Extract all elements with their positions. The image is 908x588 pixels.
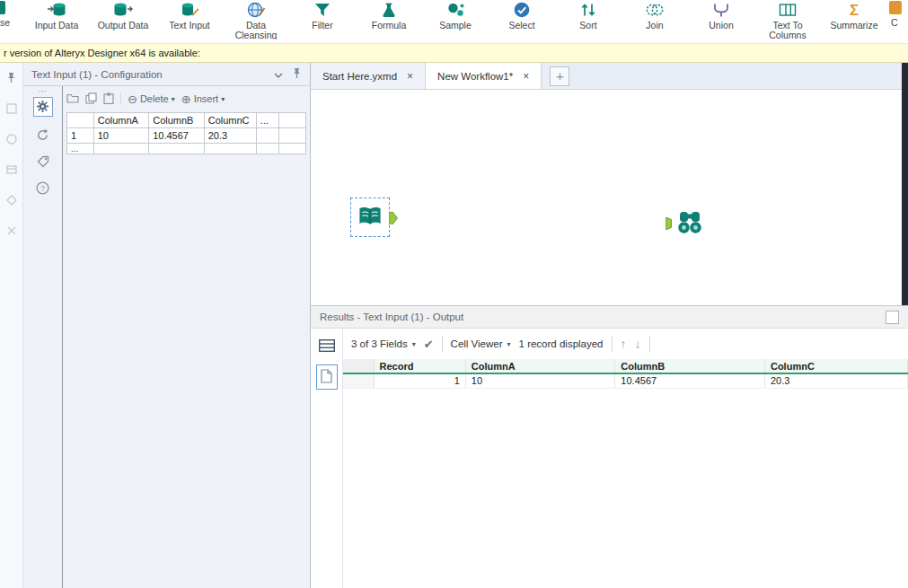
paste-icon	[103, 92, 114, 106]
refresh-circle-icon	[36, 128, 49, 144]
text-input-editor: ⊖ Delete ▾ ⊕ Insert ▾ ColumnA	[63, 86, 310, 588]
output-anchor[interactable]	[389, 212, 398, 224]
grid-cell[interactable]: 10	[93, 128, 149, 144]
chevron-down-icon: ▾	[221, 95, 225, 103]
toolbar-divider	[442, 337, 443, 352]
chevron-down-icon[interactable]	[274, 69, 283, 80]
metadata-view-button[interactable]	[316, 364, 338, 390]
grid-column-header[interactable]: ColumnA	[93, 113, 149, 128]
folder-icon	[66, 92, 79, 105]
input-anchor[interactable]	[666, 217, 672, 230]
grid-cell[interactable]	[256, 128, 278, 144]
workflow-canvas[interactable]	[311, 90, 908, 305]
grid-cell[interactable]	[93, 144, 149, 154]
workflow-region: Start Here.yxmd × New Workflow1* × +	[311, 63, 908, 588]
ribbon-tool-output-data[interactable]: Output Data	[90, 0, 156, 31]
grid-row-number[interactable]: ...	[67, 144, 94, 154]
ribbon-tool-filter[interactable]: Filter	[289, 0, 356, 31]
results-column-header[interactable]: Record	[374, 359, 465, 373]
summarize-icon: Σ	[843, 1, 865, 19]
docked-panel-icon[interactable]	[6, 164, 17, 177]
results-cell[interactable]: 20.3	[764, 373, 907, 388]
configuration-panel-title: Text Input (1) - Configuration	[31, 69, 163, 80]
insert-row-button[interactable]: ⊕ Insert ▾	[181, 93, 225, 105]
copy-button[interactable]	[85, 92, 97, 106]
ribbon-tool-text-input[interactable]: Text Input	[156, 0, 223, 31]
fields-dropdown[interactable]: 3 of 3 Fields ▾	[351, 338, 416, 349]
pin-icon[interactable]	[6, 72, 16, 85]
grid-cell[interactable]	[256, 144, 278, 154]
ribbon-tool-input-data[interactable]: Input Data	[23, 0, 90, 31]
ribbon-tool-sample[interactable]: Sample	[422, 0, 489, 31]
close-icon[interactable]: ×	[523, 70, 529, 83]
ribbon-tool-text-to-columns[interactable]: Text To Columns	[754, 0, 821, 39]
paste-button[interactable]	[103, 92, 114, 106]
drag-handle-icon[interactable]: ⋯	[39, 88, 48, 95]
ribbon-tool-data-cleansing[interactable]: Data Cleansing	[223, 0, 289, 39]
toolbar-divider	[120, 92, 121, 105]
data-grid-view-icon[interactable]	[319, 339, 335, 354]
configuration-panel: Text Input (1) - Configuration ⋯	[23, 63, 311, 588]
ribbon-tool-summarize[interactable]: Σ Summarize	[821, 0, 887, 31]
ribbon-tool-clipped-right[interactable]: C	[887, 0, 908, 28]
docked-panel-icon[interactable]	[6, 103, 17, 116]
results-column-header[interactable]: ColumnB	[615, 359, 765, 373]
tab-workflow[interactable]	[36, 128, 49, 144]
grid-cell[interactable]	[204, 144, 256, 154]
panel-options-button[interactable]	[886, 311, 899, 324]
collapsed-right-panel[interactable]	[902, 63, 908, 305]
text-input-tool-icon	[357, 205, 383, 231]
results-gutter-cell	[343, 373, 374, 388]
grid-column-header[interactable]: ColumnC	[204, 113, 256, 128]
delete-row-button[interactable]: ⊖ Delete ▾	[128, 93, 175, 105]
record-count-text: 1 record displayed	[519, 338, 604, 349]
tool-palette-ribbon: se Input Data Output Data Text Input Dat…	[0, 0, 908, 39]
tab-start-here[interactable]: Start Here.yxmd ×	[311, 63, 426, 89]
notification-text: r version of Alteryx Designer x64 is ava…	[4, 48, 200, 58]
input-data-icon	[46, 1, 67, 19]
docked-panel-icon[interactable]	[6, 195, 17, 207]
grid-row: 1 10 10.4567 20.3	[67, 128, 306, 144]
tab-annotation[interactable]	[37, 155, 49, 170]
ribbon-tool-sort[interactable]: Sort	[555, 0, 621, 31]
docked-panel-icon[interactable]	[6, 134, 17, 146]
chevron-down-icon: ▾	[412, 340, 416, 348]
ribbon-tool-union[interactable]: Union	[688, 0, 754, 31]
results-column-header[interactable]: ColumnA	[465, 359, 615, 373]
results-cell[interactable]: 10	[465, 373, 615, 388]
ribbon-tool-select[interactable]: Select	[489, 0, 555, 31]
browse-tool[interactable]	[674, 207, 706, 240]
ribbon-tool-formula[interactable]: Formula	[356, 0, 422, 31]
results-column-header[interactable]: ColumnC	[764, 359, 907, 373]
grid-row-number[interactable]: 1	[67, 128, 94, 144]
docked-panel-icon[interactable]	[6, 225, 17, 238]
grid-cell[interactable]	[279, 128, 306, 144]
pin-icon[interactable]	[292, 67, 302, 81]
import-button[interactable]	[66, 92, 79, 105]
grid-column-header[interactable]: ColumnB	[149, 113, 205, 128]
tab-new-workflow[interactable]: New Workflow1* ×	[426, 63, 542, 89]
grid-cell[interactable]	[149, 144, 205, 154]
tab-help[interactable]: ?	[36, 181, 49, 197]
gear-icon	[36, 100, 49, 115]
grid-column-header[interactable]: ...	[256, 113, 278, 128]
results-content: 3 of 3 Fields ▾ ✔ Cell Viewer ▾ 1 record…	[343, 329, 908, 588]
update-notification-bar[interactable]: r version of Alteryx Designer x64 is ava…	[0, 43, 908, 63]
tab-configuration[interactable]	[33, 97, 53, 117]
arrow-up-icon[interactable]: ↑	[621, 337, 627, 351]
text-input-tool[interactable]	[350, 197, 390, 237]
grid-cell[interactable]: 10.4567	[149, 128, 205, 144]
grid-column-header[interactable]	[279, 113, 306, 128]
ribbon-tool-clipped-left[interactable]: se	[0, 0, 23, 28]
cell-viewer-dropdown[interactable]: Cell Viewer ▾	[451, 338, 511, 349]
ribbon-tool-join[interactable]: Join	[621, 0, 688, 31]
data-cleansing-icon	[245, 1, 267, 19]
grid-cell[interactable]: 20.3	[204, 128, 256, 144]
arrow-down-icon[interactable]: ↓	[635, 337, 641, 351]
results-cell[interactable]: 10.4567	[615, 373, 765, 388]
close-icon[interactable]: ×	[407, 70, 413, 83]
new-workflow-button[interactable]: +	[550, 66, 569, 86]
results-cell[interactable]: 1	[374, 373, 465, 388]
results-view-strip	[311, 329, 343, 588]
grid-cell[interactable]	[279, 144, 306, 154]
